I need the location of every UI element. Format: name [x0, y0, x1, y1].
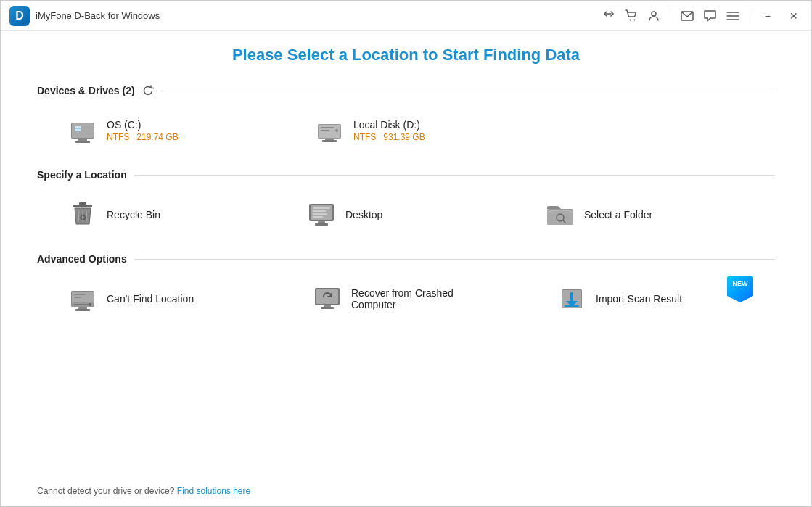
svg-rect-37 — [313, 213, 327, 215]
disk-drive-icon — [314, 115, 345, 146]
mail-icon[interactable] — [681, 11, 694, 21]
drive-local-name: Local Disk (D:) — [353, 119, 425, 131]
svg-rect-51 — [74, 297, 81, 298]
drive-os-meta: NTFS 219.74 GB — [107, 132, 179, 142]
titlebar: D iMyFone D-Back for Windows — [1, 1, 811, 31]
drives-row: OS (C:) NTFS 219.74 GB — [37, 110, 775, 152]
drive-os-name: OS (C:) — [107, 119, 179, 131]
share-icon[interactable] — [603, 10, 615, 22]
desktop-label: Desktop — [345, 209, 382, 220]
minimize-button[interactable]: − — [760, 9, 775, 23]
cart-icon[interactable] — [625, 9, 638, 22]
svg-rect-10 — [72, 123, 94, 138]
import-scan-label: Import Scan Result — [596, 293, 682, 305]
titlebar-right: − ✕ — [603, 9, 803, 23]
crashed-computer-label: Recover from CrashedComputer — [351, 287, 454, 310]
svg-point-22 — [335, 129, 338, 132]
devices-section-label: Devices & Drives (2) — [37, 85, 135, 96]
drive-local-info: Local Disk (D:) NTFS 931.39 GB — [353, 119, 425, 142]
devices-section-line — [161, 91, 775, 91]
svg-rect-20 — [321, 127, 334, 128]
app-logo: D — [9, 6, 30, 26]
svg-rect-36 — [313, 210, 326, 212]
select-folder-info: Select a Folder — [584, 209, 652, 220]
main-content: Please Select a Location to Start Findin… — [1, 31, 811, 479]
svg-rect-60 — [565, 305, 579, 307]
svg-rect-50 — [74, 294, 86, 295]
recycle-bin-icon: ♻ — [67, 199, 98, 230]
drive-local-d[interactable]: Local Disk (D:) NTFS 931.39 GB — [305, 110, 552, 152]
specify-section-header: Specify a Location — [37, 169, 775, 181]
drive-os-info: OS (C:) NTFS 219.74 GB — [107, 119, 179, 142]
svg-point-47 — [89, 303, 91, 306]
select-folder-label: Select a Folder — [584, 209, 652, 220]
svg-rect-38 — [313, 216, 323, 218]
advanced-section-header: Advanced Options — [37, 253, 775, 265]
svg-rect-46 — [74, 304, 89, 305]
footer-link[interactable]: Find solutions here — [177, 486, 250, 496]
svg-point-4 — [652, 12, 656, 16]
svg-rect-34 — [315, 223, 328, 226]
app-title: iMyFone D-Back for Windows — [36, 10, 160, 21]
crashed-computer-item[interactable]: Recover from CrashedComputer — [303, 278, 548, 320]
desktop-info: Desktop — [345, 209, 382, 220]
desktop-icon — [306, 199, 337, 230]
svg-rect-21 — [321, 130, 329, 131]
specify-section-label: Specify a Location — [37, 169, 127, 181]
footer: Cannot detect your drive or device? Find… — [1, 479, 811, 506]
specify-row: ♻ Recycle Bin — [37, 194, 775, 236]
titlebar-divider2 — [750, 9, 750, 23]
titlebar-left: D iMyFone D-Back for Windows — [9, 6, 160, 26]
crashed-computer-info: Recover from CrashedComputer — [351, 287, 454, 310]
cant-find-label: Can't Find Location — [107, 293, 194, 305]
svg-rect-35 — [313, 207, 330, 209]
svg-rect-12 — [75, 126, 78, 128]
folder-icon — [545, 199, 575, 230]
svg-rect-17 — [75, 141, 90, 143]
menu-icon[interactable] — [726, 11, 739, 21]
svg-rect-40 — [547, 210, 573, 225]
import-scan-wrapper: NEW Import Scan Result — [548, 278, 775, 320]
devices-section-header: Devices & Drives (2) — [37, 85, 775, 96]
import-scan-icon — [557, 284, 587, 314]
advanced-row: Can't Find Location Recover fro — [37, 278, 775, 320]
titlebar-divider — [670, 9, 670, 23]
os-drive-icon — [67, 115, 98, 146]
import-scan-info: Import Scan Result — [596, 293, 682, 305]
svg-rect-14 — [75, 129, 78, 131]
desktop-item[interactable]: Desktop — [298, 194, 536, 236]
cant-find-item[interactable]: Can't Find Location — [59, 278, 303, 320]
svg-rect-58 — [570, 292, 573, 301]
recycle-bin-info: Recycle Bin — [107, 209, 160, 220]
chat-icon[interactable] — [704, 10, 716, 22]
svg-rect-55 — [321, 307, 334, 309]
svg-rect-15 — [78, 129, 81, 131]
crashed-computer-icon — [312, 284, 343, 314]
select-folder-item[interactable]: Select a Folder — [536, 194, 775, 236]
specify-section-line — [134, 175, 775, 176]
recycle-bin-label: Recycle Bin — [107, 209, 160, 220]
drive-os-c[interactable]: OS (C:) NTFS 219.74 GB — [59, 110, 305, 152]
cant-find-icon — [67, 284, 98, 314]
svg-rect-26 — [79, 202, 86, 205]
svg-rect-13 — [78, 126, 81, 128]
svg-point-2 — [629, 19, 631, 20]
user-icon[interactable] — [648, 10, 660, 22]
refresh-icon[interactable] — [142, 85, 154, 96]
cant-find-info: Can't Find Location — [107, 293, 194, 305]
recycle-bin-item[interactable]: ♻ Recycle Bin — [59, 194, 298, 236]
advanced-section-line — [134, 259, 775, 260]
svg-rect-49 — [75, 309, 90, 311]
close-button[interactable]: ✕ — [785, 9, 803, 23]
advanced-section-label: Advanced Options — [37, 253, 127, 265]
drive-local-meta: NTFS 931.39 GB — [353, 132, 425, 142]
page-title: Please Select a Location to Start Findin… — [37, 46, 775, 65]
svg-point-3 — [633, 19, 635, 20]
svg-rect-24 — [322, 140, 337, 142]
footer-text: Cannot detect your drive or device? — [37, 486, 174, 496]
